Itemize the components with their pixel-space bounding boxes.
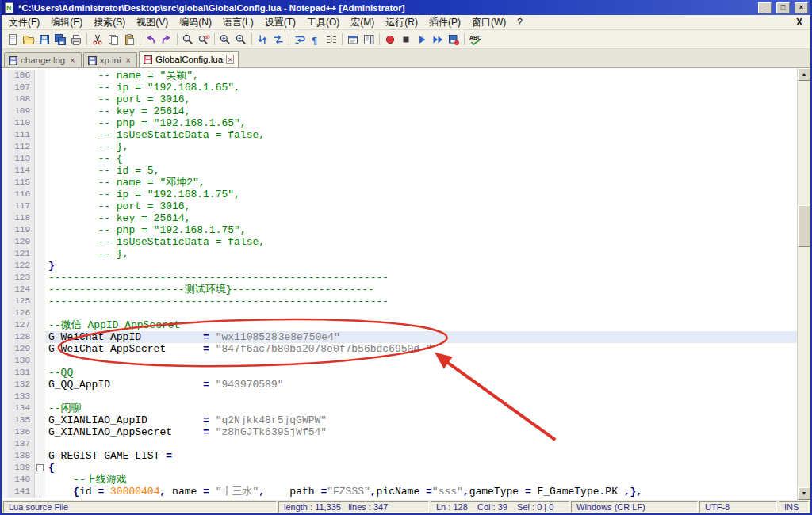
code-text[interactable]: -- name = "邓坤2", <box>45 177 797 189</box>
code-text[interactable] <box>45 307 797 319</box>
code-line-108[interactable]: 108 -- port = 3016, <box>2 93 797 105</box>
menu-item-window[interactable]: 窗口(W) <box>466 15 511 30</box>
copy-icon[interactable] <box>105 32 121 48</box>
code-text[interactable]: --微信 AppID AppSecret <box>45 319 797 331</box>
code-text[interactable] <box>45 391 797 402</box>
code-line-118[interactable]: 118 -- key = 25614, <box>2 212 797 224</box>
tab-close-icon[interactable]: × <box>124 55 132 65</box>
show-all-characters-icon[interactable]: ¶ <box>308 32 324 48</box>
sync-horizontal-icon[interactable] <box>270 32 286 48</box>
zoom-in-icon[interactable] <box>217 32 233 48</box>
code-text[interactable]: ----------------------------------------… <box>45 296 797 307</box>
code-line-128[interactable]: 128G_WeiChat_AppID = "wx11085283e8e750e4… <box>2 331 797 343</box>
code-line-124[interactable]: 124----------------------测试环境}----------… <box>2 284 797 296</box>
menu-item-search[interactable]: 搜索(S) <box>88 15 131 30</box>
menu-item-macro[interactable]: 宏(M) <box>345 15 380 30</box>
code-text[interactable]: -- { <box>45 153 797 165</box>
code-text[interactable]: -- php = "192.168.1.75", <box>45 224 797 236</box>
code-text[interactable]: G_QQ_AppID = "943970589" <box>45 379 797 391</box>
print-icon[interactable] <box>68 32 84 48</box>
restore-button[interactable]: □ <box>776 2 790 13</box>
code-line-112[interactable]: 112 -- }, <box>2 141 797 153</box>
code-line-123[interactable]: 123-------------------------------------… <box>2 272 797 284</box>
replace-icon[interactable]: ab <box>196 32 212 48</box>
code-line-109[interactable]: 109 -- key = 25614, <box>2 105 797 117</box>
scroll-up-button[interactable]: ▲ <box>798 68 810 81</box>
code-text[interactable]: ----------------------------------------… <box>45 272 797 284</box>
menu-item-file[interactable]: 文件(F) <box>3 15 45 30</box>
code-line-137[interactable]: 137 <box>2 438 797 450</box>
save-all-icon[interactable] <box>52 32 68 48</box>
code-line-116[interactable]: 116 -- ip = "192.168.1.75", <box>2 189 797 200</box>
code-text[interactable]: -- }, <box>45 141 797 153</box>
paste-icon[interactable] <box>121 32 137 48</box>
code-text[interactable]: -- key = 25614, <box>45 212 797 224</box>
code-text[interactable]: G_XIANLIAO_AppSecret = "z8hGJTk639SjWf54… <box>45 426 797 438</box>
spell-check-abc-icon[interactable]: ABC <box>467 32 483 48</box>
code-line-127[interactable]: 127--微信 AppID AppSecret <box>2 319 797 331</box>
cut-icon[interactable] <box>90 32 105 48</box>
menu-item-view[interactable]: 视图(V) <box>131 15 174 30</box>
menu-item-encoding[interactable]: 编码(N) <box>174 15 217 30</box>
code-text[interactable]: -- ip = "192.168.1.65", <box>45 82 797 93</box>
menu-item-settings[interactable]: 设置(T) <box>259 15 301 30</box>
status-encoding[interactable]: UTF-8 <box>699 501 777 513</box>
tab-globalconfig-lua[interactable]: GlobalConfig.lua× <box>139 51 239 67</box>
status-typing-mode[interactable]: INS <box>779 501 809 513</box>
new-file-icon[interactable] <box>5 32 21 48</box>
code-text[interactable]: -- }, <box>45 248 797 260</box>
word-wrap-icon[interactable] <box>292 32 308 48</box>
fold-collapse-icon[interactable]: − <box>36 464 44 471</box>
code-text[interactable]: --闲聊 <box>45 402 797 414</box>
code-line-115[interactable]: 115 -- name = "邓坤2", <box>2 177 797 189</box>
macro-record-icon[interactable] <box>382 32 398 48</box>
redo-icon[interactable] <box>159 32 174 48</box>
code-line-139[interactable]: 139−{ <box>2 462 797 474</box>
code-line-130[interactable]: 130 <box>2 355 797 367</box>
tab-change-log[interactable]: change log× <box>4 52 82 67</box>
scroll-down-button[interactable]: ▼ <box>798 487 810 500</box>
undo-icon[interactable] <box>143 32 159 48</box>
menu-item-run[interactable]: 运行(R) <box>380 15 423 30</box>
code-text[interactable]: --QQ <box>45 367 797 379</box>
macro-save-icon[interactable] <box>446 32 462 48</box>
code-line-119[interactable]: 119 -- php = "192.168.1.75", <box>2 224 797 236</box>
code-text[interactable]: -- port = 3016, <box>45 93 797 105</box>
code-line-113[interactable]: 113 -- { <box>2 153 797 165</box>
code-line-131[interactable]: 131--QQ <box>2 367 797 379</box>
macro-run-multiple-icon[interactable] <box>430 32 446 48</box>
code-line-138[interactable]: 138G_REGIST_GAME_LIST = <box>2 450 797 462</box>
menu-item-edit[interactable]: 编辑(E) <box>45 15 88 30</box>
code-line-117[interactable]: 117 -- port = 3016, <box>2 200 797 212</box>
code-text[interactable]: G_WeiChat_AppID = "wx11085283e8e750e4" <box>45 331 797 343</box>
code-line-133[interactable]: 133 <box>2 391 797 402</box>
tab-close-icon[interactable]: × <box>226 55 234 64</box>
code-text[interactable] <box>45 438 797 450</box>
status-eol-format[interactable]: Windows (CR LF) <box>571 501 698 513</box>
code-line-120[interactable]: 120 -- isUseStaticData = false, <box>2 236 797 248</box>
code-text[interactable] <box>45 355 797 367</box>
code-line-134[interactable]: 134--闲聊 <box>2 402 797 414</box>
code-text[interactable]: } <box>45 260 797 272</box>
tab-close-icon[interactable]: × <box>68 55 76 65</box>
close-button[interactable]: × <box>795 2 808 13</box>
macro-play-icon[interactable] <box>414 32 430 48</box>
code-area[interactable]: 106 -- name = "吴颖",107 -- ip = "192.168.… <box>2 68 797 500</box>
scroll-thumb[interactable] <box>798 205 810 247</box>
indent-guide-icon[interactable] <box>324 32 339 48</box>
code-line-129[interactable]: 129G_WeiChat_AppSecret = "847f6ac7b80ba2… <box>2 343 797 355</box>
minimize-button[interactable]: _ <box>758 2 772 13</box>
code-text[interactable]: { <box>45 462 797 474</box>
macro-stop-icon[interactable] <box>398 32 414 48</box>
code-line-125[interactable]: 125-------------------------------------… <box>2 296 797 307</box>
menu-item-plugins[interactable]: 插件(P) <box>423 15 466 30</box>
code-text[interactable]: -- port = 3016, <box>45 200 797 212</box>
find-icon[interactable] <box>180 32 196 48</box>
code-line-114[interactable]: 114 -- id = 5, <box>2 165 797 177</box>
menu-item-language[interactable]: 语言(L) <box>217 15 259 30</box>
code-text[interactable]: -- isUseStaticData = false, <box>45 129 797 141</box>
code-line-110[interactable]: 110 -- php = "192.168.1.65", <box>2 117 797 129</box>
code-text[interactable]: -- php = "192.168.1.65", <box>45 117 797 129</box>
code-text[interactable]: -- ip = "192.168.1.75", <box>45 189 797 200</box>
code-text[interactable]: G_XIANLIAO_AppID = "q2Njkk48r5jqGWPW" <box>45 414 797 426</box>
